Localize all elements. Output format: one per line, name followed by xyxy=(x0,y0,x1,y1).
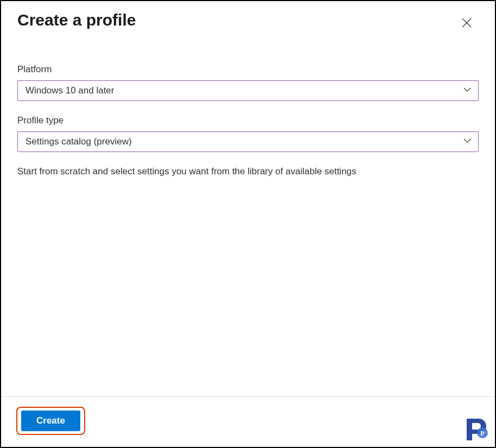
panel-title: Create a profile xyxy=(17,11,136,29)
platform-dropdown-value: Windows 10 and later xyxy=(26,85,114,96)
create-profile-panel: Create a profile Platform Windows 10 and… xyxy=(0,0,496,448)
create-button-highlight: Create xyxy=(16,407,85,435)
panel-content: Platform Windows 10 and later Profile ty… xyxy=(1,30,495,396)
chevron-down-icon xyxy=(463,136,472,147)
create-button[interactable]: Create xyxy=(21,411,80,431)
profile-type-label: Profile type xyxy=(17,115,479,126)
profile-type-field-group: Profile type Settings catalog (preview) xyxy=(17,115,479,152)
platform-label: Platform xyxy=(17,64,479,75)
close-button[interactable] xyxy=(459,15,474,30)
watermark-logo: P xyxy=(463,417,489,443)
panel-footer: Create xyxy=(1,396,495,447)
profile-type-description: Start from scratch and select settings y… xyxy=(17,166,479,177)
close-icon xyxy=(462,18,472,28)
svg-text:P: P xyxy=(480,430,484,437)
platform-field-group: Platform Windows 10 and later xyxy=(17,64,479,101)
panel-header: Create a profile xyxy=(1,1,495,30)
profile-type-dropdown-value: Settings catalog (preview) xyxy=(26,136,132,147)
platform-dropdown[interactable]: Windows 10 and later xyxy=(17,80,479,101)
profile-type-dropdown[interactable]: Settings catalog (preview) xyxy=(17,131,479,152)
chevron-down-icon xyxy=(463,85,472,96)
